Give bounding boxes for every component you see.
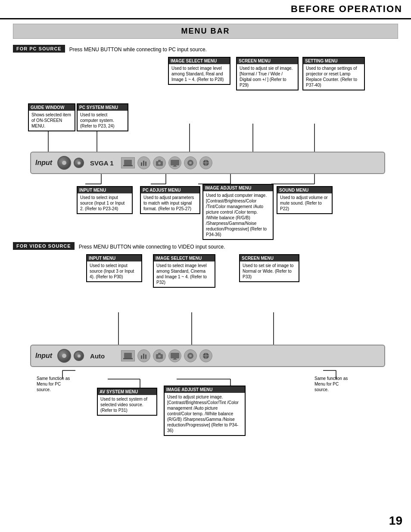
- video-image-adjust-callout: IMAGE ADJUST MENU Used to adjust picture…: [164, 386, 246, 436]
- video-projector-bar: Input Auto: [30, 345, 385, 367]
- svg-rect-49: [123, 358, 133, 359]
- pc-sound-title: SOUND MENU: [277, 187, 332, 193]
- pc-setting-title: SETTING MENU: [303, 58, 364, 64]
- svg-rect-56: [171, 353, 179, 358]
- video-source-row: FOR VIDEO SOURCE Press MENU BUTTON while…: [13, 242, 398, 252]
- pc-image-select-menu-callout: IMAGE SELECT MENU Used to select image l…: [168, 57, 230, 85]
- video-icon-laptop: [121, 350, 135, 361]
- video-knob2-inner: [78, 355, 81, 358]
- video-screen-text: Used to set si​e of image to Normal or W…: [243, 263, 293, 279]
- pc-image-adjust-title: IMAGE ADJUST MENU: [203, 185, 273, 191]
- main-content: MENU BAR FOR PC SOURCE Press MENU BUTTON…: [0, 19, 411, 452]
- video-knob1-inner: [62, 354, 66, 358]
- svg-rect-18: [124, 160, 132, 165]
- pc-adjust-title: PC ADJUST MENU: [141, 187, 199, 193]
- pc-input-text: Used to select input source (Input 1 or …: [80, 195, 125, 211]
- pc-source-description: Press MENU BUTTON while connecting to PC…: [69, 47, 207, 53]
- pc-sound-text: Used to adjust volume or mute sound. (Re…: [280, 195, 328, 211]
- video-icon-screen: [168, 349, 181, 362]
- pc-proj-icons: [121, 156, 212, 169]
- pc-sound-menu-callout: SOUND MENU Used to adjust volume or mute…: [277, 186, 333, 214]
- svg-rect-20: [141, 162, 142, 166]
- svg-rect-26: [171, 160, 179, 165]
- pc-screen-title: SCREEN MENU: [237, 58, 298, 64]
- pc-adjust-text: Used to adjust parameters to match with …: [143, 195, 194, 211]
- video-proj-source: Auto: [90, 352, 116, 360]
- video-screen-title: SCREEN MENU: [240, 255, 299, 261]
- svg-point-60: [189, 355, 192, 357]
- pc-source-label: FOR PC SOURCE: [13, 45, 65, 53]
- pc-icon-camera: [153, 156, 166, 169]
- pc-setting-menu-callout: SETTING MENU Used to change settings of …: [302, 57, 365, 90]
- svg-point-24: [158, 162, 161, 165]
- svg-point-30: [189, 162, 192, 164]
- pc-knob1: [57, 156, 71, 170]
- video-source-label: FOR VIDEO SOURCE: [13, 242, 75, 250]
- video-av-system-callout: AV SYSTEM MENU Used to select system of …: [97, 388, 157, 416]
- pc-proj-source: SVGA 1: [90, 159, 116, 167]
- same-function-right: Same function as Menu for PC source.: [314, 376, 353, 392]
- pc-knob2: [74, 158, 84, 168]
- video-input-text: Used to select input source (Input 3 or …: [90, 263, 134, 279]
- pc-icon-bar-chart: [137, 156, 150, 169]
- video-image-select-text: Used to select image level among Standar…: [156, 263, 207, 285]
- video-image-adjust-title: IMAGE ADJUST MENU: [165, 386, 245, 393]
- page-number: 19: [389, 514, 402, 528]
- pc-image-adjust-callout: IMAGE ADJUST MENU Used to adjust compute…: [202, 184, 274, 240]
- pc-icon-screen: [168, 156, 181, 169]
- same-function-left: Same function as Menu for PC source.: [37, 376, 75, 392]
- svg-rect-25: [158, 160, 161, 161]
- section-title-bar: MENU BAR: [13, 24, 398, 39]
- pc-input-title: INPUT MENU: [78, 187, 132, 193]
- pc-system-text: Used to select computer system. (Refer t…: [80, 112, 114, 128]
- pc-image-adjust-text: Used to adjust computer image. [Contrast…: [206, 193, 267, 237]
- page-header: BEFORE OPERATION: [0, 0, 411, 19]
- pc-projector-bar: Input SVGA 1: [30, 152, 385, 174]
- video-input-menu-callout: INPUT MENU Used to select input source (…: [86, 254, 142, 282]
- pc-adjust-menu-callout: PC ADJUST MENU Used to adjust parameters…: [140, 186, 200, 214]
- svg-rect-57: [174, 358, 176, 359]
- video-diagram-section: INPUT MENU Used to select input source (…: [13, 254, 398, 439]
- video-icon-circle1: [184, 349, 197, 362]
- svg-rect-55: [158, 353, 161, 354]
- svg-rect-21: [143, 161, 144, 166]
- pc-screen-text: Used to adjust si​e of image. [Normal / …: [240, 66, 293, 87]
- svg-rect-22: [145, 162, 146, 166]
- pc-icon-circle1: [184, 156, 197, 169]
- pc-setting-text: Used to change settings of projector or …: [306, 66, 357, 87]
- svg-rect-27: [174, 165, 176, 166]
- pc-knob2-inner: [78, 162, 81, 165]
- pc-icon-laptop: [121, 157, 135, 168]
- video-source-description: Press MENU BUTTON while connecting to VI…: [79, 244, 225, 250]
- pc-guide-window-callout: GUIDE WINDOW Shows selected item of ON-S…: [28, 103, 75, 131]
- page-title: BEFORE OPERATION: [291, 3, 402, 15]
- svg-rect-19: [123, 165, 133, 166]
- section-title: MENU BAR: [181, 27, 230, 35]
- pc-screen-menu-callout: SCREEN MENU Used to adjust si​e of image…: [236, 57, 299, 90]
- pc-diagram-section: IMAGE SELECT MENU Used to select image l…: [13, 57, 398, 238]
- svg-rect-51: [143, 354, 144, 359]
- pc-image-select-title: IMAGE SELECT MENU: [169, 58, 230, 64]
- pc-guide-text: Shows selected item of ON-SCREEN MENU.: [31, 112, 71, 128]
- video-image-adjust-text: Used to adjust picture image. [Contrast/…: [167, 395, 239, 433]
- pc-source-row: FOR PC SOURCE Press MENU BUTTON while co…: [13, 45, 398, 54]
- video-proj-icons: [121, 349, 212, 362]
- pc-icon-circle2: [199, 156, 212, 169]
- video-av-system-text: Used to select system of selected video …: [100, 397, 147, 413]
- pc-system-title: PC SYSTEM MENU: [78, 104, 128, 111]
- video-image-select-callout: IMAGE SELECT MENU Used to select image l…: [153, 254, 215, 288]
- svg-rect-50: [141, 355, 142, 359]
- video-input-title: INPUT MENU: [87, 255, 141, 261]
- video-icon-camera: [153, 349, 166, 362]
- video-icon-bar-chart: [137, 349, 150, 362]
- svg-rect-48: [124, 353, 132, 358]
- pc-system-menu-callout: PC SYSTEM MENU Used to select computer s…: [77, 103, 128, 131]
- svg-point-54: [158, 355, 161, 358]
- svg-rect-58: [173, 359, 177, 360]
- pc-image-select-text: Used to select image level among Standar…: [171, 66, 224, 82]
- pc-proj-input: Input: [35, 159, 52, 167]
- svg-rect-52: [145, 355, 146, 359]
- svg-rect-28: [173, 166, 177, 167]
- video-av-system-title: AV SYSTEM MENU: [98, 389, 156, 395]
- video-icon-circle2: [199, 349, 212, 362]
